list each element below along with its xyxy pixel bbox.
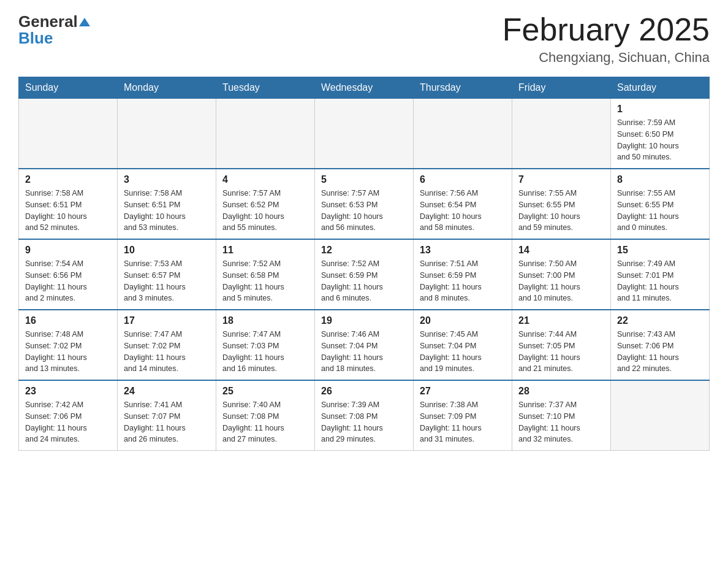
day-info: Sunrise: 7:39 AMSunset: 7:08 PMDaylight:… — [321, 399, 407, 445]
table-row: 12Sunrise: 7:52 AMSunset: 6:59 PMDayligh… — [315, 239, 414, 310]
day-number: 22 — [617, 315, 703, 326]
day-info: Sunrise: 7:51 AMSunset: 6:59 PMDaylight:… — [420, 258, 506, 304]
col-thursday: Thursday — [414, 77, 512, 99]
day-info: Sunrise: 7:57 AMSunset: 6:53 PMDaylight:… — [321, 188, 407, 234]
logo-triangle-icon — [79, 17, 90, 28]
day-info: Sunrise: 7:43 AMSunset: 7:06 PMDaylight:… — [617, 329, 703, 375]
table-row: 19Sunrise: 7:46 AMSunset: 7:04 PMDayligh… — [315, 310, 414, 380]
table-row: 4Sunrise: 7:57 AMSunset: 6:52 PMDaylight… — [216, 169, 315, 239]
day-info: Sunrise: 7:52 AMSunset: 6:58 PMDaylight:… — [222, 258, 308, 304]
day-number: 14 — [518, 245, 604, 256]
title-block: February 2025 Chengxiang, Sichuan, China — [502, 12, 710, 66]
calendar-header-row: Sunday Monday Tuesday Wednesday Thursday… — [19, 77, 710, 99]
day-info: Sunrise: 7:47 AMSunset: 7:02 PMDaylight:… — [124, 329, 210, 375]
col-tuesday: Tuesday — [216, 77, 315, 99]
table-row: 2Sunrise: 7:58 AMSunset: 6:51 PMDaylight… — [19, 169, 118, 239]
table-row: 15Sunrise: 7:49 AMSunset: 7:01 PMDayligh… — [611, 239, 710, 310]
table-row: 26Sunrise: 7:39 AMSunset: 7:08 PMDayligh… — [315, 380, 414, 451]
col-saturday: Saturday — [611, 77, 710, 99]
table-row: 18Sunrise: 7:47 AMSunset: 7:03 PMDayligh… — [216, 310, 315, 380]
day-number: 6 — [420, 174, 506, 185]
table-row: 17Sunrise: 7:47 AMSunset: 7:02 PMDayligh… — [118, 310, 216, 380]
day-info: Sunrise: 7:52 AMSunset: 6:59 PMDaylight:… — [321, 258, 407, 304]
day-info: Sunrise: 7:47 AMSunset: 7:03 PMDaylight:… — [222, 329, 308, 375]
table-row: 10Sunrise: 7:53 AMSunset: 6:57 PMDayligh… — [118, 239, 216, 310]
day-info: Sunrise: 7:53 AMSunset: 6:57 PMDaylight:… — [124, 258, 210, 304]
day-number: 8 — [617, 174, 703, 185]
day-info: Sunrise: 7:46 AMSunset: 7:04 PMDaylight:… — [321, 329, 407, 375]
table-row: 7Sunrise: 7:55 AMSunset: 6:55 PMDaylight… — [512, 169, 611, 239]
month-title: February 2025 — [502, 12, 710, 47]
table-row: 23Sunrise: 7:42 AMSunset: 7:06 PMDayligh… — [19, 380, 118, 451]
day-number: 20 — [420, 315, 506, 326]
table-row — [216, 99, 315, 169]
day-info: Sunrise: 7:59 AMSunset: 6:50 PMDaylight:… — [617, 117, 703, 163]
table-row: 8Sunrise: 7:55 AMSunset: 6:55 PMDaylight… — [611, 169, 710, 239]
table-row — [19, 99, 118, 169]
day-number: 3 — [124, 174, 210, 185]
day-number: 16 — [25, 315, 111, 326]
table-row: 25Sunrise: 7:40 AMSunset: 7:08 PMDayligh… — [216, 380, 315, 451]
table-row: 28Sunrise: 7:37 AMSunset: 7:10 PMDayligh… — [512, 380, 611, 451]
logo-blue: Blue — [18, 29, 53, 48]
logo: General Blue — [18, 12, 90, 48]
day-number: 26 — [321, 386, 407, 397]
day-number: 7 — [518, 174, 604, 185]
day-number: 5 — [321, 174, 407, 185]
table-row — [118, 99, 216, 169]
table-row: 13Sunrise: 7:51 AMSunset: 6:59 PMDayligh… — [414, 239, 512, 310]
day-info: Sunrise: 7:38 AMSunset: 7:09 PMDaylight:… — [420, 399, 506, 445]
day-info: Sunrise: 7:56 AMSunset: 6:54 PMDaylight:… — [420, 188, 506, 234]
day-info: Sunrise: 7:40 AMSunset: 7:08 PMDaylight:… — [222, 399, 308, 445]
day-number: 11 — [222, 245, 308, 256]
table-row: 21Sunrise: 7:44 AMSunset: 7:05 PMDayligh… — [512, 310, 611, 380]
day-number: 13 — [420, 245, 506, 256]
day-info: Sunrise: 7:57 AMSunset: 6:52 PMDaylight:… — [222, 188, 308, 234]
table-row: 27Sunrise: 7:38 AMSunset: 7:09 PMDayligh… — [414, 380, 512, 451]
table-row: 9Sunrise: 7:54 AMSunset: 6:56 PMDaylight… — [19, 239, 118, 310]
table-row: 5Sunrise: 7:57 AMSunset: 6:53 PMDaylight… — [315, 169, 414, 239]
day-number: 15 — [617, 245, 703, 256]
day-info: Sunrise: 7:54 AMSunset: 6:56 PMDaylight:… — [25, 258, 111, 304]
page-header: General Blue February 2025 Chengxiang, S… — [18, 12, 710, 66]
day-info: Sunrise: 7:49 AMSunset: 7:01 PMDaylight:… — [617, 258, 703, 304]
table-row: 16Sunrise: 7:48 AMSunset: 7:02 PMDayligh… — [19, 310, 118, 380]
day-number: 21 — [518, 315, 604, 326]
day-info: Sunrise: 7:42 AMSunset: 7:06 PMDaylight:… — [25, 399, 111, 445]
day-info: Sunrise: 7:55 AMSunset: 6:55 PMDaylight:… — [617, 188, 703, 234]
day-info: Sunrise: 7:58 AMSunset: 6:51 PMDaylight:… — [124, 188, 210, 234]
day-info: Sunrise: 7:37 AMSunset: 7:10 PMDaylight:… — [518, 399, 604, 445]
day-number: 28 — [518, 386, 604, 397]
location-title: Chengxiang, Sichuan, China — [502, 50, 710, 66]
table-row: 1Sunrise: 7:59 AMSunset: 6:50 PMDaylight… — [611, 99, 710, 169]
table-row — [512, 99, 611, 169]
table-row — [611, 380, 710, 451]
table-row — [414, 99, 512, 169]
svg-marker-0 — [79, 18, 90, 26]
day-info: Sunrise: 7:55 AMSunset: 6:55 PMDaylight:… — [518, 188, 604, 234]
day-number: 1 — [617, 104, 703, 115]
col-sunday: Sunday — [19, 77, 118, 99]
table-row: 24Sunrise: 7:41 AMSunset: 7:07 PMDayligh… — [118, 380, 216, 451]
col-monday: Monday — [118, 77, 216, 99]
day-number: 12 — [321, 245, 407, 256]
day-number: 2 — [25, 174, 111, 185]
table-row — [315, 99, 414, 169]
day-info: Sunrise: 7:58 AMSunset: 6:51 PMDaylight:… — [25, 188, 111, 234]
col-friday: Friday — [512, 77, 611, 99]
table-row: 11Sunrise: 7:52 AMSunset: 6:58 PMDayligh… — [216, 239, 315, 310]
day-number: 25 — [222, 386, 308, 397]
day-info: Sunrise: 7:45 AMSunset: 7:04 PMDaylight:… — [420, 329, 506, 375]
day-info: Sunrise: 7:48 AMSunset: 7:02 PMDaylight:… — [25, 329, 111, 375]
day-info: Sunrise: 7:41 AMSunset: 7:07 PMDaylight:… — [124, 399, 210, 445]
table-row: 22Sunrise: 7:43 AMSunset: 7:06 PMDayligh… — [611, 310, 710, 380]
day-number: 17 — [124, 315, 210, 326]
day-number: 23 — [25, 386, 111, 397]
table-row: 20Sunrise: 7:45 AMSunset: 7:04 PMDayligh… — [414, 310, 512, 380]
day-number: 10 — [124, 245, 210, 256]
table-row: 3Sunrise: 7:58 AMSunset: 6:51 PMDaylight… — [118, 169, 216, 239]
day-number: 9 — [25, 245, 111, 256]
calendar-table: Sunday Monday Tuesday Wednesday Thursday… — [18, 77, 710, 451]
day-number: 19 — [321, 315, 407, 326]
day-info: Sunrise: 7:50 AMSunset: 7:00 PMDaylight:… — [518, 258, 604, 304]
